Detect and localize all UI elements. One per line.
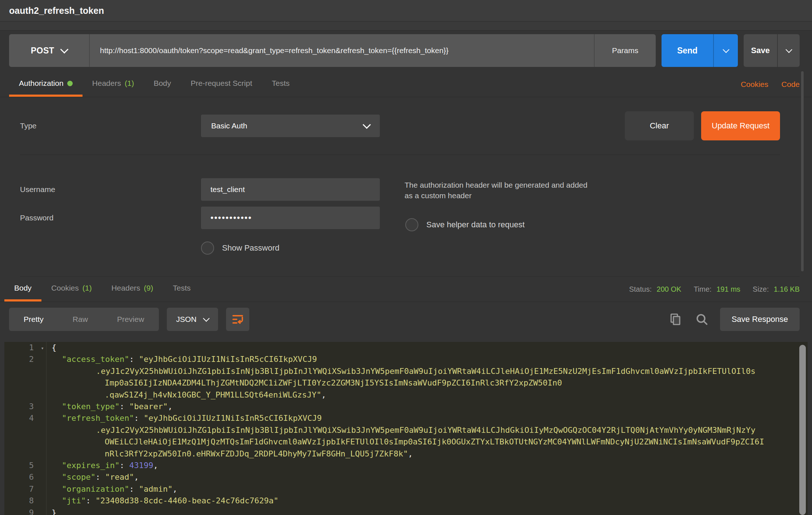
tab-count: (9) [144, 284, 153, 292]
tab-authorization[interactable]: Authorization [9, 72, 83, 97]
show-password-checkbox[interactable] [201, 241, 214, 255]
username-input[interactable]: test_client [201, 178, 380, 201]
line-number: 8 [4, 495, 47, 507]
response-scrollbar-thumb[interactable] [799, 345, 806, 515]
url-bar-group: POST http://host1:8000/oauth/token?scope… [9, 34, 656, 67]
tab-label: Tests [272, 79, 290, 88]
fold-caret-icon[interactable]: ▾ [41, 342, 44, 354]
cookies-link[interactable]: Cookies [741, 80, 768, 89]
line-number: 9 [4, 507, 47, 515]
line-number: 3 [4, 401, 47, 412]
request-name: oauth2_refresh_token [9, 5, 104, 16]
response-tab-tests[interactable]: Tests [163, 277, 200, 302]
code-line: 4"refresh_token": "eyJhbGciOiJIUzI1NiIsI… [4, 412, 808, 424]
save-button[interactable]: Save [744, 34, 777, 67]
tab-count: (1) [83, 284, 92, 292]
show-password-label: Show Password [222, 243, 280, 253]
auth-configured-dot [67, 81, 73, 86]
show-password-row: Show Password [201, 241, 380, 255]
format-value: JSON [176, 315, 197, 324]
clear-button[interactable]: Clear [625, 111, 694, 140]
send-split-button: Send [662, 34, 738, 67]
tab-label: Body [154, 79, 171, 88]
password-input[interactable]: ••••••••••• [201, 207, 380, 229]
line-number: 2 [4, 354, 47, 365]
tab-headers[interactable]: Headers (1) [83, 72, 144, 97]
params-button[interactable]: Params [594, 34, 656, 67]
tab-tests[interactable]: Tests [262, 72, 300, 97]
tab-label: Authorization [19, 79, 64, 88]
size-label: Size: [753, 285, 769, 293]
copy-button[interactable] [668, 311, 684, 327]
time-item: Time: 191 ms [694, 285, 740, 294]
time-value: 191 ms [716, 285, 740, 293]
code-line: Imp0aSI6IjIzNDA4ZDM4LThjZGMtNDQ2MC1iZWFj… [4, 377, 808, 389]
auth-actions: Clear Update Request [625, 111, 780, 140]
code-line: 3"token_type": "bearer", [4, 401, 808, 412]
code-line: .qawS1Z4j_h4vNx10GBC_Y_PHM1LLSQt64eniWLG… [4, 389, 808, 401]
wrap-lines-button[interactable] [226, 308, 249, 331]
tab-label: Tests [173, 284, 190, 292]
tab-pre-request-script[interactable]: Pre-request Script [181, 72, 262, 97]
view-mode-group: Pretty Raw Preview [9, 308, 159, 331]
auth-credentials-area: Username test_client Password ••••••••••… [20, 155, 800, 277]
method-dropdown[interactable]: POST [9, 34, 90, 67]
line-number [4, 377, 47, 389]
code-line: 5"expires_in": 43199, [4, 460, 808, 471]
save-response-button[interactable]: Save Response [720, 308, 800, 331]
auth-type-row: Type Basic Auth Clear Update Request [20, 97, 780, 155]
request-title-bar: oauth2_refresh_token [0, 0, 812, 21]
code-link[interactable]: Code [781, 80, 800, 89]
status-value: 200 OK [657, 285, 682, 293]
code-line: OWEiLCJleHAiOjE1MzQ1MjQzMTQsImF1dGhvcml0… [4, 436, 808, 448]
chevron-down-icon [203, 315, 209, 322]
request-pane-scrollbar[interactable] [801, 71, 804, 271]
line-number: 6 [4, 471, 47, 483]
code-line: .eyJ1c2VyX25hbWUiOiJhZG1pbiIsInNjb3BlIjp… [4, 366, 808, 377]
chevron-down-icon [363, 121, 371, 129]
line-number [4, 366, 47, 377]
code-line: 9} [4, 507, 808, 515]
line-number [4, 448, 47, 460]
view-raw[interactable]: Raw [58, 315, 102, 324]
request-builder-row: POST http://host1:8000/oauth/token?scope… [9, 34, 800, 67]
line-number [4, 389, 47, 401]
auth-helper-note: The authorization header will be generat… [405, 180, 594, 201]
title-sub-strip [0, 21, 812, 31]
response-tabs: Body Cookies (1) Headers (9) Tests Statu… [0, 277, 812, 302]
credentials-form: Username test_client Password ••••••••••… [20, 178, 380, 255]
tab-label: Body [14, 284, 32, 292]
view-pretty[interactable]: Pretty [9, 315, 58, 324]
url-input[interactable]: http://host1:8000/oauth/token?scope=read… [90, 34, 594, 67]
type-label: Type [20, 121, 201, 130]
line-number [4, 424, 47, 436]
status-label: Status: [629, 285, 652, 293]
size-value: 1.16 KB [774, 285, 800, 293]
format-select[interactable]: JSON [167, 308, 218, 331]
username-row: Username test_client [20, 178, 380, 201]
code-line: .eyJ1c2VyX25hbWUiOiJhZG1pbiIsInNjb3BlIjp… [4, 424, 808, 436]
view-preview[interactable]: Preview [102, 315, 159, 324]
tab-body[interactable]: Body [144, 72, 181, 97]
response-tab-body[interactable]: Body [4, 277, 41, 302]
save-helper-row: Save helper data to request [405, 218, 594, 231]
update-request-button[interactable]: Update Request [701, 111, 780, 140]
status-item: Status: 200 OK [629, 285, 682, 294]
search-icon [695, 312, 709, 326]
send-options-button[interactable] [713, 34, 738, 67]
line-number: 4 [4, 412, 47, 424]
tab-label: Pre-request Script [191, 79, 252, 88]
response-tab-headers[interactable]: Headers (9) [101, 277, 163, 302]
password-row: Password ••••••••••• [20, 207, 380, 229]
save-helper-checkbox[interactable] [405, 218, 418, 231]
search-button[interactable] [694, 311, 710, 327]
password-label: Password [20, 213, 201, 222]
code-line: 1▾{ [4, 342, 808, 354]
send-button[interactable]: Send [662, 34, 713, 67]
save-options-button[interactable] [777, 34, 800, 67]
tab-label: Headers [111, 284, 140, 292]
auth-type-select[interactable]: Basic Auth [201, 115, 380, 137]
response-tab-cookies[interactable]: Cookies (1) [41, 277, 102, 302]
chevron-down-icon [60, 45, 69, 54]
request-tabs-links: Cookies Code [741, 72, 800, 97]
